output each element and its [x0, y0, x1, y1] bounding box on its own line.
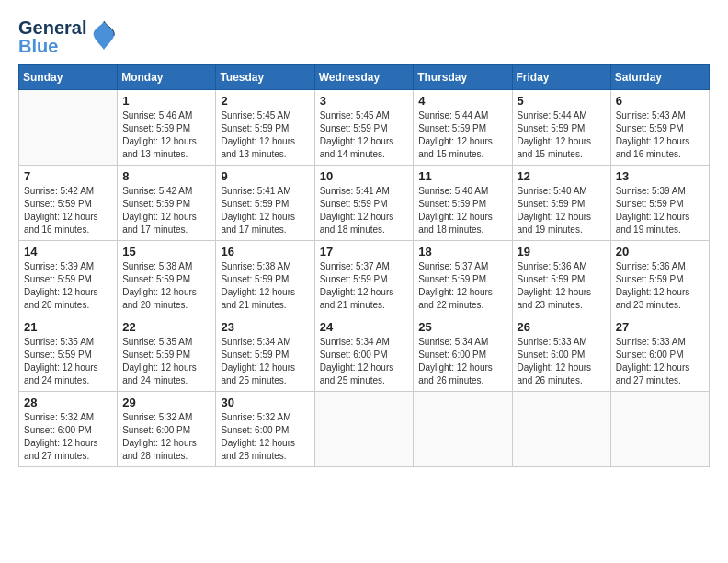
day-number: 5	[518, 94, 606, 108]
day-number: 16	[221, 245, 309, 259]
day-info: Sunrise: 5:42 AM Sunset: 5:59 PM Dayligh…	[24, 185, 112, 236]
day-number: 12	[518, 169, 606, 183]
header-day-sunday: Sunday	[19, 65, 118, 90]
day-info: Sunrise: 5:45 AM Sunset: 5:59 PM Dayligh…	[221, 109, 309, 161]
header: General Blue	[18, 18, 710, 55]
day-number: 25	[418, 320, 506, 334]
day-number: 24	[320, 320, 409, 334]
logo-general: General	[18, 18, 86, 37]
day-info: Sunrise: 5:43 AM Sunset: 5:59 PM Dayligh…	[616, 109, 704, 161]
logo-blue: Blue	[18, 37, 86, 55]
day-number: 6	[616, 94, 704, 108]
day-info: Sunrise: 5:45 AM Sunset: 5:59 PM Dayligh…	[320, 109, 409, 161]
calendar-cell: 7Sunrise: 5:42 AM Sunset: 5:59 PM Daylig…	[19, 166, 118, 241]
calendar-cell: 6Sunrise: 5:43 AM Sunset: 5:59 PM Daylig…	[610, 90, 709, 166]
calendar-cell	[610, 392, 709, 467]
day-number: 15	[122, 245, 210, 259]
calendar-cell: 2Sunrise: 5:45 AM Sunset: 5:59 PM Daylig…	[216, 90, 314, 166]
calendar-cell: 20Sunrise: 5:36 AM Sunset: 5:59 PM Dayli…	[610, 241, 709, 316]
calendar-cell: 10Sunrise: 5:41 AM Sunset: 5:59 PM Dayli…	[314, 166, 414, 241]
day-number: 20	[616, 245, 704, 259]
logo: General Blue	[18, 18, 118, 55]
week-row-3: 14Sunrise: 5:39 AM Sunset: 5:59 PM Dayli…	[19, 241, 710, 316]
calendar-cell: 16Sunrise: 5:38 AM Sunset: 5:59 PM Dayli…	[216, 241, 314, 316]
calendar-cell	[512, 392, 610, 467]
day-number: 29	[122, 396, 210, 409]
calendar-cell: 27Sunrise: 5:33 AM Sunset: 6:00 PM Dayli…	[610, 316, 709, 392]
header-row: SundayMondayTuesdayWednesdayThursdayFrid…	[19, 65, 710, 90]
day-number: 19	[518, 245, 606, 259]
day-number: 3	[320, 94, 409, 108]
day-number: 18	[418, 245, 506, 259]
calendar-cell: 28Sunrise: 5:32 AM Sunset: 6:00 PM Dayli…	[19, 392, 118, 467]
day-number: 10	[320, 169, 409, 183]
calendar-cell: 18Sunrise: 5:37 AM Sunset: 5:59 PM Dayli…	[414, 241, 512, 316]
day-number: 28	[24, 396, 112, 409]
calendar-cell: 13Sunrise: 5:39 AM Sunset: 5:59 PM Dayli…	[610, 166, 709, 241]
day-info: Sunrise: 5:37 AM Sunset: 5:59 PM Dayligh…	[418, 260, 506, 312]
day-info: Sunrise: 5:38 AM Sunset: 5:59 PM Dayligh…	[221, 260, 309, 312]
day-number: 2	[221, 94, 309, 108]
day-info: Sunrise: 5:34 AM Sunset: 5:59 PM Dayligh…	[221, 336, 309, 387]
calendar-cell: 26Sunrise: 5:33 AM Sunset: 6:00 PM Dayli…	[512, 316, 610, 392]
day-number: 26	[518, 320, 606, 334]
day-info: Sunrise: 5:33 AM Sunset: 6:00 PM Dayligh…	[518, 336, 606, 387]
logo-bird-icon	[90, 19, 118, 55]
header-day-wednesday: Wednesday	[314, 65, 414, 90]
day-info: Sunrise: 5:35 AM Sunset: 5:59 PM Dayligh…	[24, 336, 112, 387]
day-info: Sunrise: 5:42 AM Sunset: 5:59 PM Dayligh…	[122, 185, 210, 236]
calendar-cell	[414, 392, 512, 467]
day-info: Sunrise: 5:38 AM Sunset: 5:59 PM Dayligh…	[122, 260, 210, 312]
day-number: 27	[616, 320, 704, 334]
calendar-cell: 8Sunrise: 5:42 AM Sunset: 5:59 PM Daylig…	[118, 166, 216, 241]
calendar-cell: 22Sunrise: 5:35 AM Sunset: 5:59 PM Dayli…	[118, 316, 216, 392]
day-info: Sunrise: 5:33 AM Sunset: 6:00 PM Dayligh…	[616, 336, 704, 387]
header-day-thursday: Thursday	[414, 65, 512, 90]
week-row-2: 7Sunrise: 5:42 AM Sunset: 5:59 PM Daylig…	[19, 166, 710, 241]
calendar-cell: 9Sunrise: 5:41 AM Sunset: 5:59 PM Daylig…	[216, 166, 314, 241]
calendar-cell: 29Sunrise: 5:32 AM Sunset: 6:00 PM Dayli…	[118, 392, 216, 467]
day-info: Sunrise: 5:41 AM Sunset: 5:59 PM Dayligh…	[320, 185, 409, 236]
week-row-5: 28Sunrise: 5:32 AM Sunset: 6:00 PM Dayli…	[19, 392, 710, 467]
day-number: 23	[221, 320, 309, 334]
day-number: 9	[221, 169, 309, 183]
day-number: 8	[122, 169, 210, 183]
calendar-cell: 12Sunrise: 5:40 AM Sunset: 5:59 PM Dayli…	[512, 166, 610, 241]
day-info: Sunrise: 5:35 AM Sunset: 5:59 PM Dayligh…	[122, 336, 210, 387]
day-info: Sunrise: 5:44 AM Sunset: 5:59 PM Dayligh…	[518, 109, 606, 161]
day-info: Sunrise: 5:41 AM Sunset: 5:59 PM Dayligh…	[221, 185, 309, 236]
day-info: Sunrise: 5:32 AM Sunset: 6:00 PM Dayligh…	[24, 411, 112, 463]
day-number: 4	[418, 94, 506, 108]
calendar-cell: 21Sunrise: 5:35 AM Sunset: 5:59 PM Dayli…	[19, 316, 118, 392]
day-info: Sunrise: 5:40 AM Sunset: 5:59 PM Dayligh…	[518, 185, 606, 236]
day-info: Sunrise: 5:32 AM Sunset: 6:00 PM Dayligh…	[122, 411, 210, 463]
day-number: 17	[320, 245, 409, 259]
calendar-cell: 14Sunrise: 5:39 AM Sunset: 5:59 PM Dayli…	[19, 241, 118, 316]
header-day-tuesday: Tuesday	[216, 65, 314, 90]
day-info: Sunrise: 5:37 AM Sunset: 5:59 PM Dayligh…	[320, 260, 409, 312]
day-number: 11	[418, 169, 506, 183]
week-row-4: 21Sunrise: 5:35 AM Sunset: 5:59 PM Dayli…	[19, 316, 710, 392]
day-number: 1	[122, 94, 210, 108]
day-info: Sunrise: 5:34 AM Sunset: 6:00 PM Dayligh…	[320, 336, 409, 387]
day-info: Sunrise: 5:39 AM Sunset: 5:59 PM Dayligh…	[24, 260, 112, 312]
header-day-monday: Monday	[118, 65, 216, 90]
day-number: 7	[24, 169, 112, 183]
header-day-saturday: Saturday	[610, 65, 709, 90]
day-info: Sunrise: 5:32 AM Sunset: 6:00 PM Dayligh…	[221, 411, 309, 463]
calendar-cell: 23Sunrise: 5:34 AM Sunset: 5:59 PM Dayli…	[216, 316, 314, 392]
calendar-cell: 3Sunrise: 5:45 AM Sunset: 5:59 PM Daylig…	[314, 90, 414, 166]
calendar-cell: 5Sunrise: 5:44 AM Sunset: 5:59 PM Daylig…	[512, 90, 610, 166]
day-number: 14	[24, 245, 112, 259]
calendar-cell: 25Sunrise: 5:34 AM Sunset: 6:00 PM Dayli…	[414, 316, 512, 392]
day-number: 30	[221, 396, 309, 409]
header-day-friday: Friday	[512, 65, 610, 90]
calendar-cell: 4Sunrise: 5:44 AM Sunset: 5:59 PM Daylig…	[414, 90, 512, 166]
day-info: Sunrise: 5:36 AM Sunset: 5:59 PM Dayligh…	[518, 260, 606, 312]
calendar-cell: 1Sunrise: 5:46 AM Sunset: 5:59 PM Daylig…	[118, 90, 216, 166]
day-info: Sunrise: 5:34 AM Sunset: 6:00 PM Dayligh…	[418, 336, 506, 387]
day-number: 22	[122, 320, 210, 334]
calendar-cell: 11Sunrise: 5:40 AM Sunset: 5:59 PM Dayli…	[414, 166, 512, 241]
calendar-cell: 19Sunrise: 5:36 AM Sunset: 5:59 PM Dayli…	[512, 241, 610, 316]
calendar-cell: 30Sunrise: 5:32 AM Sunset: 6:00 PM Dayli…	[216, 392, 314, 467]
